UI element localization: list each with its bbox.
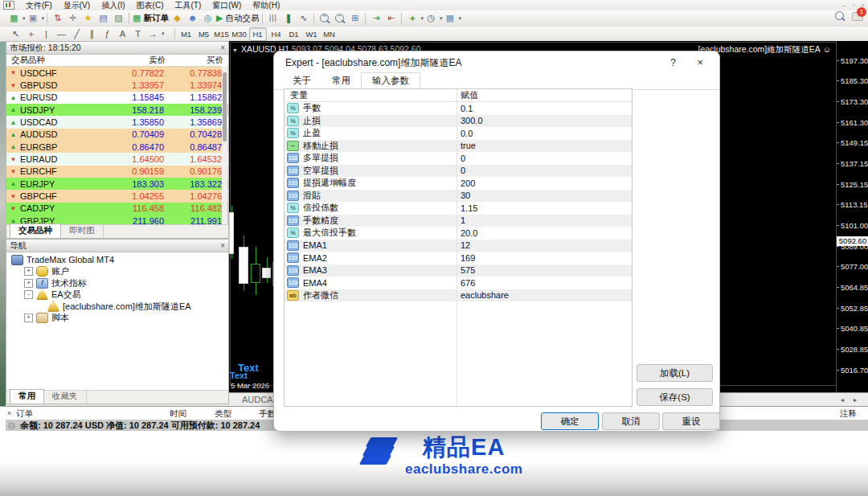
input-param-row[interactable]: ½最大倍投手數20.0	[285, 227, 632, 240]
bars-icon[interactable]: |||	[266, 12, 280, 25]
param-value[interactable]: 200	[457, 178, 475, 188]
window-control-icon[interactable]: ▫	[852, 2, 854, 9]
column-variable[interactable]: 变量	[285, 89, 457, 101]
param-value[interactable]: 1.15	[457, 203, 477, 213]
column-order[interactable]: 订单	[16, 408, 33, 420]
close-icon[interactable]: ×	[220, 43, 225, 52]
input-param-row[interactable]: ~移動止損true	[285, 140, 632, 153]
chart-text-object[interactable]: Text	[230, 371, 248, 380]
line-chart-icon[interactable]: ∿	[297, 12, 310, 25]
market-watch-tab[interactable]: 即时图	[61, 224, 104, 238]
autoscroll-icon[interactable]: ⇥	[369, 12, 383, 25]
market-watch-icon[interactable]: ⇅	[51, 12, 64, 25]
new-order-icon[interactable]: ▦新订单	[133, 12, 169, 25]
market-watch-row[interactable]: ▼EURAUD1.645001.64532	[6, 153, 228, 165]
crosshair-icon[interactable]: ＋	[24, 27, 38, 40]
param-value[interactable]: 0	[457, 154, 465, 163]
chart-shift-icon[interactable]: ⇤	[384, 12, 398, 25]
param-value[interactable]: 30	[457, 191, 470, 200]
column-lots[interactable]: 手数	[247, 408, 276, 420]
timeframe-h4[interactable]: H4	[268, 28, 285, 40]
cancel-button[interactable]: 取消	[602, 412, 660, 430]
timeframe-w1[interactable]: W1	[304, 28, 320, 40]
param-value[interactable]: 12	[457, 240, 470, 250]
input-param-row[interactable]: 123EMA2169	[285, 252, 632, 264]
ok-button[interactable]: 确定	[541, 412, 599, 430]
navigator-tab[interactable]: 收藏夹	[44, 390, 87, 404]
shapes-icon[interactable]: →	[146, 27, 160, 40]
input-param-row[interactable]: 123EMA4676	[285, 277, 632, 289]
timeframe-m1[interactable]: M1	[178, 28, 194, 40]
param-value[interactable]: 300.0	[457, 116, 483, 125]
dropdown-icon[interactable]: ▾	[458, 15, 461, 22]
cursor-icon[interactable]: ↖	[9, 27, 23, 40]
channel-icon[interactable]: ∥	[85, 27, 99, 40]
param-value[interactable]: eaclubshare	[457, 290, 509, 300]
timeframe-mn[interactable]: MN	[321, 28, 338, 40]
close-icon[interactable]: ×	[220, 241, 225, 250]
market-watch-tab[interactable]: 交易品种	[10, 223, 61, 238]
tree-item[interactable]: TradeMax Global MT4	[6, 254, 228, 266]
expand-icon[interactable]: +	[24, 267, 33, 276]
menu-item-i[interactable]: 插入(I)	[96, 0, 130, 11]
input-param-row[interactable]: ½止損300.0	[285, 115, 632, 128]
data-window-icon[interactable]: ✛	[66, 12, 80, 25]
tree-item[interactable]: +账户	[6, 266, 228, 278]
zoom-out-icon[interactable]: −	[333, 12, 346, 25]
menu-item-v[interactable]: 显示(V)	[58, 0, 96, 11]
market-watch-row[interactable]: ▲EURUSD1.158451.15862	[6, 92, 228, 104]
new-chart-icon[interactable]: ▦	[7, 12, 21, 25]
menu-item-w[interactable]: 窗口(W)	[207, 0, 247, 11]
param-value[interactable]: 676	[457, 278, 475, 288]
input-param-row[interactable]: 123提損遞增幅度200	[285, 177, 632, 190]
window-control-icon[interactable]: –	[842, 2, 845, 9]
zoom-in-icon[interactable]: +	[317, 12, 331, 25]
menu-item-f[interactable]: 文件(F)	[20, 0, 58, 11]
label-icon[interactable]: T	[131, 27, 145, 40]
input-param-row[interactable]: 123空單提損0	[285, 165, 632, 178]
param-value[interactable]: 575	[457, 265, 475, 275]
save-button[interactable]: 保存(S)	[637, 388, 713, 406]
load-button[interactable]: 加载(L)	[637, 364, 713, 382]
notification-badge[interactable]: 1	[857, 7, 866, 17]
close-icon[interactable]: ×	[7, 409, 11, 417]
column-ask[interactable]: 买价	[166, 55, 223, 66]
text-icon[interactable]: A	[116, 27, 129, 40]
menu-item-h[interactable]: 帮助(H)	[247, 0, 285, 11]
param-value[interactable]: 0	[457, 166, 465, 175]
dropdown-icon[interactable]: ▾	[420, 15, 424, 22]
column-bid[interactable]: 卖价	[106, 55, 166, 66]
param-value[interactable]: true	[457, 141, 476, 150]
periods-icon[interactable]: ◷	[424, 12, 438, 25]
expand-icon[interactable]: +	[24, 314, 33, 322]
expand-icon[interactable]: +	[24, 279, 33, 288]
column-value[interactable]: 赋值	[457, 89, 478, 101]
trendline-icon[interactable]: ╱	[70, 27, 84, 40]
tester-icon[interactable]: ▨	[112, 12, 125, 25]
reset-button[interactable]: 重设	[662, 412, 720, 430]
input-param-row[interactable]: 123EMA3575	[285, 264, 632, 277]
input-param-row[interactable]: 123手數精度1	[285, 215, 632, 228]
market-watch-row[interactable]: ▼GBPCHF1.042551.04276	[6, 190, 228, 202]
templates-icon[interactable]: ▦	[443, 12, 457, 25]
dialog-tab[interactable]: 常用	[321, 73, 361, 89]
navigator-tab[interactable]: 常用	[10, 389, 44, 404]
column-symbol[interactable]: 交易品种	[6, 55, 106, 66]
input-param-row[interactable]: 123滑貼30	[285, 190, 632, 203]
column-time[interactable]: 时间	[158, 408, 186, 420]
timeframe-m15[interactable]: M15	[214, 28, 230, 40]
indicators-icon[interactable]: ＋	[405, 12, 419, 25]
candles-icon[interactable]: ❚	[281, 12, 295, 25]
dropdown-icon[interactable]: ▾	[440, 15, 443, 22]
dropdown-icon[interactable]: ▾	[23, 15, 26, 22]
close-icon[interactable]: ×	[697, 56, 703, 68]
dropdown-icon[interactable]: ▾	[42, 15, 45, 22]
navigator-icon[interactable]: ★	[81, 12, 95, 25]
menu-item-c[interactable]: 图表(C)	[131, 0, 170, 11]
param-value[interactable]: 0.1	[457, 104, 473, 113]
param-value[interactable]: 169	[457, 253, 475, 263]
metaeditor-icon[interactable]: ◆	[170, 12, 184, 25]
fibonacci-icon[interactable]: ƒ	[100, 27, 114, 40]
market-watch-row[interactable]: ▲EURJPY183.303183.322	[6, 178, 228, 190]
dialog-titlebar[interactable]: Expert - [eaclubshare.com]维加斯隧道EA	[274, 51, 719, 74]
